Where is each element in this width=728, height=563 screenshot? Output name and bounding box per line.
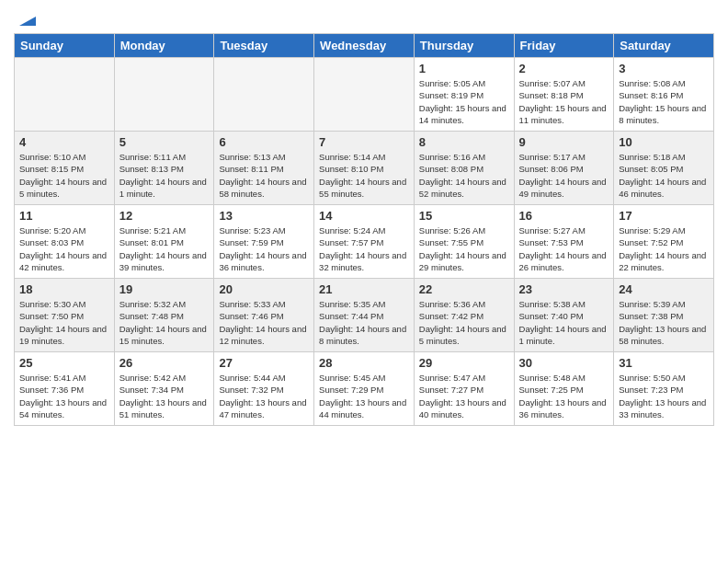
day-info: Sunrise: 5:33 AMSunset: 7:46 PMDaylight:… [219,298,309,347]
weekday-header-monday: Monday [114,34,214,58]
calendar-cell [114,58,214,132]
week-row-2: 11Sunrise: 5:20 AMSunset: 8:03 PMDayligh… [15,205,714,279]
day-number: 6 [219,135,309,149]
day-info: Sunrise: 5:32 AMSunset: 7:48 PMDaylight:… [119,298,210,347]
day-info: Sunrise: 5:17 AMSunset: 8:06 PMDaylight:… [519,151,609,200]
calendar-cell: 29Sunrise: 5:47 AMSunset: 7:27 PMDayligh… [414,352,514,426]
calendar-cell: 16Sunrise: 5:27 AMSunset: 7:53 PMDayligh… [514,205,614,279]
day-info: Sunrise: 5:23 AMSunset: 7:59 PMDaylight:… [219,224,309,273]
day-number: 15 [419,209,509,223]
header [14,9,714,26]
calendar-cell: 1Sunrise: 5:05 AMSunset: 8:19 PMDaylight… [414,58,514,132]
day-info: Sunrise: 5:13 AMSunset: 8:11 PMDaylight:… [219,151,309,200]
weekday-header-row: SundayMondayTuesdayWednesdayThursdayFrid… [15,34,714,58]
calendar-cell [214,58,314,132]
weekday-header-saturday: Saturday [614,34,714,58]
calendar-cell [314,58,415,132]
day-info: Sunrise: 5:41 AMSunset: 7:36 PMDaylight:… [19,372,109,420]
day-number: 25 [19,356,109,370]
day-number: 29 [419,356,509,370]
day-info: Sunrise: 5:36 AMSunset: 7:42 PMDaylight:… [419,298,509,347]
day-number: 26 [119,356,210,370]
calendar-cell: 4Sunrise: 5:10 AMSunset: 8:15 PMDaylight… [15,132,115,205]
calendar-table: SundayMondayTuesdayWednesdayThursdayFrid… [14,33,714,426]
day-number: 11 [19,209,109,223]
day-info: Sunrise: 5:45 AMSunset: 7:29 PMDaylight:… [319,372,409,420]
calendar-cell: 19Sunrise: 5:32 AMSunset: 7:48 PMDayligh… [114,279,214,352]
weekday-header-wednesday: Wednesday [314,34,415,58]
day-number: 31 [619,356,709,370]
day-number: 23 [519,282,609,296]
day-info: Sunrise: 5:11 AMSunset: 8:13 PMDaylight:… [119,151,210,200]
calendar-cell: 3Sunrise: 5:08 AMSunset: 8:16 PMDaylight… [614,58,714,132]
day-info: Sunrise: 5:26 AMSunset: 7:55 PMDaylight:… [419,224,509,273]
weekday-header-friday: Friday [514,34,614,58]
day-number: 10 [619,135,709,149]
day-info: Sunrise: 5:35 AMSunset: 7:44 PMDaylight:… [319,298,409,347]
day-info: Sunrise: 5:29 AMSunset: 7:52 PMDaylight:… [619,224,709,273]
day-number: 30 [519,356,609,370]
day-info: Sunrise: 5:38 AMSunset: 7:40 PMDaylight:… [519,298,609,347]
day-number: 20 [219,282,309,296]
week-row-4: 25Sunrise: 5:41 AMSunset: 7:36 PMDayligh… [15,352,714,426]
day-number: 4 [19,135,109,149]
calendar-cell: 14Sunrise: 5:24 AMSunset: 7:57 PMDayligh… [314,205,415,279]
calendar-cell: 26Sunrise: 5:42 AMSunset: 7:34 PMDayligh… [114,352,214,426]
day-info: Sunrise: 5:48 AMSunset: 7:25 PMDaylight:… [519,372,609,420]
day-number: 27 [219,356,309,370]
calendar-cell: 30Sunrise: 5:48 AMSunset: 7:25 PMDayligh… [514,352,614,426]
calendar-cell: 27Sunrise: 5:44 AMSunset: 7:32 PMDayligh… [214,352,314,426]
calendar-cell: 9Sunrise: 5:17 AMSunset: 8:06 PMDaylight… [514,132,614,205]
week-row-1: 4Sunrise: 5:10 AMSunset: 8:15 PMDaylight… [15,132,714,205]
weekday-header-sunday: Sunday [15,34,115,58]
calendar-cell: 7Sunrise: 5:14 AMSunset: 8:10 PMDaylight… [314,132,415,205]
day-number: 7 [319,135,409,149]
calendar-cell: 10Sunrise: 5:18 AMSunset: 8:05 PMDayligh… [614,132,714,205]
day-number: 28 [319,356,409,370]
calendar-cell: 15Sunrise: 5:26 AMSunset: 7:55 PMDayligh… [414,205,514,279]
day-info: Sunrise: 5:07 AMSunset: 8:18 PMDaylight:… [519,77,609,126]
day-number: 19 [119,282,210,296]
calendar-cell: 20Sunrise: 5:33 AMSunset: 7:46 PMDayligh… [214,279,314,352]
day-number: 12 [119,209,210,223]
calendar-cell: 28Sunrise: 5:45 AMSunset: 7:29 PMDayligh… [314,352,415,426]
day-info: Sunrise: 5:24 AMSunset: 7:57 PMDaylight:… [319,224,409,273]
day-number: 24 [619,282,709,296]
day-info: Sunrise: 5:14 AMSunset: 8:10 PMDaylight:… [319,151,409,200]
day-number: 3 [619,62,709,75]
day-number: 1 [419,62,509,75]
day-info: Sunrise: 5:21 AMSunset: 8:01 PMDaylight:… [119,224,210,273]
day-number: 18 [19,282,109,296]
day-info: Sunrise: 5:20 AMSunset: 8:03 PMDaylight:… [19,224,109,273]
day-info: Sunrise: 5:05 AMSunset: 8:19 PMDaylight:… [419,77,509,126]
day-number: 9 [519,135,609,149]
weekday-header-tuesday: Tuesday [214,34,314,58]
calendar-cell: 21Sunrise: 5:35 AMSunset: 7:44 PMDayligh… [314,279,415,352]
calendar-cell: 18Sunrise: 5:30 AMSunset: 7:50 PMDayligh… [15,279,115,352]
day-number: 22 [419,282,509,296]
day-info: Sunrise: 5:39 AMSunset: 7:38 PMDaylight:… [619,298,709,347]
calendar-cell: 22Sunrise: 5:36 AMSunset: 7:42 PMDayligh… [414,279,514,352]
calendar-cell: 25Sunrise: 5:41 AMSunset: 7:36 PMDayligh… [15,352,115,426]
day-info: Sunrise: 5:18 AMSunset: 8:05 PMDaylight:… [619,151,709,200]
logo-icon [16,9,36,29]
day-info: Sunrise: 5:50 AMSunset: 7:23 PMDaylight:… [619,372,709,420]
week-row-3: 18Sunrise: 5:30 AMSunset: 7:50 PMDayligh… [15,279,714,352]
calendar-cell: 17Sunrise: 5:29 AMSunset: 7:52 PMDayligh… [614,205,714,279]
day-number: 5 [119,135,210,149]
calendar-cell: 24Sunrise: 5:39 AMSunset: 7:38 PMDayligh… [614,279,714,352]
calendar-cell: 5Sunrise: 5:11 AMSunset: 8:13 PMDaylight… [114,132,214,205]
day-info: Sunrise: 5:44 AMSunset: 7:32 PMDaylight:… [219,372,309,420]
day-number: 17 [619,209,709,223]
day-info: Sunrise: 5:30 AMSunset: 7:50 PMDaylight:… [19,298,109,347]
weekday-header-thursday: Thursday [414,34,514,58]
logo [14,9,36,26]
calendar-cell: 13Sunrise: 5:23 AMSunset: 7:59 PMDayligh… [214,205,314,279]
day-info: Sunrise: 5:27 AMSunset: 7:53 PMDaylight:… [519,224,609,273]
calendar-cell: 11Sunrise: 5:20 AMSunset: 8:03 PMDayligh… [15,205,115,279]
day-number: 21 [319,282,409,296]
day-number: 13 [219,209,309,223]
day-info: Sunrise: 5:16 AMSunset: 8:08 PMDaylight:… [419,151,509,200]
day-info: Sunrise: 5:08 AMSunset: 8:16 PMDaylight:… [619,77,709,126]
day-info: Sunrise: 5:42 AMSunset: 7:34 PMDaylight:… [119,372,210,420]
